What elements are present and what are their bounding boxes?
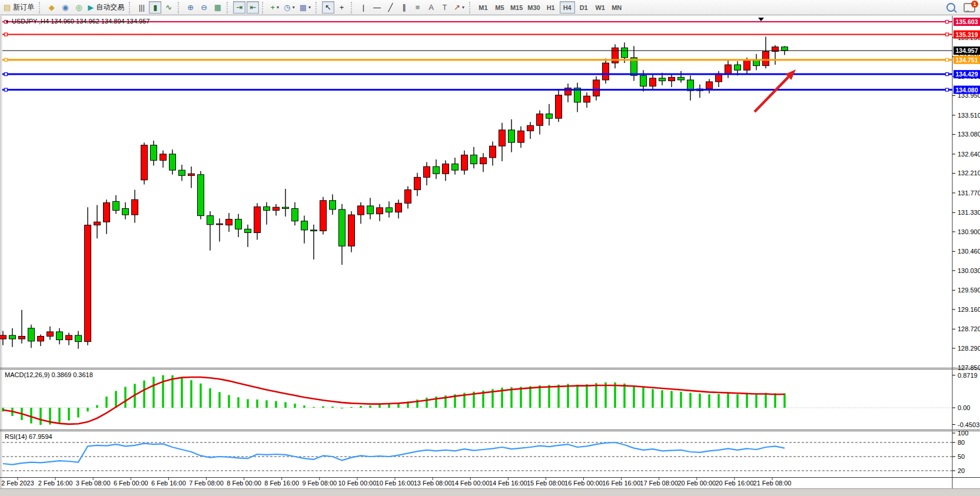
horizontal-line-button[interactable]: — <box>371 1 383 14</box>
svg-text:100: 100 <box>958 430 968 437</box>
horizontal-line-icon: — <box>373 4 381 11</box>
new-order-button[interactable]: ▤新订单 <box>2 1 36 14</box>
svg-text:135.603: 135.603 <box>956 18 978 25</box>
templates-button[interactable]: ▩▾ <box>298 1 313 14</box>
hline-134.429[interactable]: 134.429 <box>2 70 980 78</box>
text-button[interactable]: A <box>425 1 437 14</box>
timeframe-m1-button[interactable]: M1 <box>476 1 491 14</box>
timeframe-m15-button[interactable]: M15 <box>509 1 524 14</box>
toolbar-separator <box>39 2 42 14</box>
time-axis[interactable]: 2 Feb 20232 Feb 16:003 Feb 08:006 Feb 00… <box>0 478 980 487</box>
svg-text:14 Feb 00:00: 14 Feb 00:00 <box>451 480 490 487</box>
svg-text:13 Feb 08:00: 13 Feb 08:00 <box>414 480 452 487</box>
svg-text:134.751: 134.751 <box>956 56 978 64</box>
svg-text:20: 20 <box>958 467 965 474</box>
tile-windows-button[interactable]: ▦ <box>211 1 224 14</box>
svg-text:129.590: 129.590 <box>958 287 980 294</box>
crosshair-icon: + <box>340 4 344 11</box>
timeframe-m5-button[interactable]: M5 <box>492 1 507 14</box>
vertical-line-icon: | <box>363 4 364 11</box>
window-bottom-edge <box>0 488 980 496</box>
gold-market-icon: ◆ <box>49 4 55 11</box>
svg-text:131.330: 131.330 <box>958 209 980 216</box>
crosshair-button[interactable]: + <box>335 1 348 14</box>
chart-shift-icon: ⇤ <box>250 4 256 11</box>
cursor-button[interactable]: ↖ <box>322 1 334 14</box>
hline-134.080[interactable]: 134.080 <box>2 86 980 94</box>
candlestick-icon: ▮ <box>153 4 157 11</box>
svg-text:129.160: 129.160 <box>958 306 980 313</box>
svg-text:128.290: 128.290 <box>958 345 980 352</box>
svg-text:131.770: 131.770 <box>958 189 980 197</box>
svg-text:134.080: 134.080 <box>956 86 978 94</box>
line-chart-button[interactable]: ∿ <box>162 1 175 14</box>
clock-icon: ◷ <box>284 4 290 11</box>
timeframe-m30-button[interactable]: M30 <box>526 1 542 14</box>
timeframe-w1-button[interactable]: W1 <box>593 1 608 14</box>
rsi-pane[interactable]: 100805020RSI(14) 67.9594 <box>2 430 968 474</box>
auto-scroll-icon: ⇥ <box>236 4 242 11</box>
community-button[interactable]: ◉ <box>59 1 71 14</box>
svg-text:14 Feb 16:00: 14 Feb 16:00 <box>489 480 527 487</box>
toolbar-separator <box>227 2 230 14</box>
signal-icon: ◎ <box>75 4 82 11</box>
svg-text:10 Feb 16:00: 10 Feb 16:00 <box>376 480 414 487</box>
zoom-out-icon: ⊖ <box>201 4 207 11</box>
chart-canvas[interactable]: 135.250134.820134.380133.950133.510133.0… <box>0 15 980 489</box>
toolbar-separator <box>262 2 265 14</box>
autotrading-button-label: 自动交易 <box>96 2 124 12</box>
signals-button[interactable]: ◎ <box>72 1 85 14</box>
symbol-collapse-icon: ▼ <box>5 19 9 25</box>
svg-text:8 Feb 00:00: 8 Feb 00:00 <box>227 480 261 487</box>
zoom-in-button[interactable]: ⊕ <box>184 1 197 14</box>
text-label-button[interactable]: T <box>438 1 451 14</box>
profile-icon: ◉ <box>62 4 68 11</box>
zoom-out-button[interactable]: ⊖ <box>198 1 210 14</box>
svg-text:133.510: 133.510 <box>958 112 980 119</box>
current-price-line: 134.957 <box>2 46 980 55</box>
market-button[interactable]: ◆ <box>45 1 58 14</box>
svg-text:130.900: 130.900 <box>958 228 980 235</box>
arrows-button[interactable]: ↗▾ <box>452 1 466 14</box>
notifications-icon[interactable]: 1 <box>964 3 975 12</box>
svg-text:8 Feb 16:00: 8 Feb 16:00 <box>264 480 299 487</box>
text-icon: A <box>428 4 434 11</box>
chart-shift-marker[interactable] <box>758 18 764 21</box>
periods-button[interactable]: ◷▾ <box>282 1 296 14</box>
svg-text:20 Feb 16:00: 20 Feb 16:00 <box>715 480 753 487</box>
timeframe-d1-button[interactable]: D1 <box>576 1 592 14</box>
candlestick-chart-button[interactable]: ▮ <box>149 1 161 14</box>
search-icon[interactable] <box>946 3 955 12</box>
svg-text:17 Feb 08:00: 17 Feb 08:00 <box>640 480 678 487</box>
hline-134.751[interactable]: 134.751 <box>2 56 980 64</box>
add-indicator-button[interactable]: +▾ <box>268 1 281 14</box>
toolbar-separator <box>351 2 354 14</box>
timeframe-mn-button[interactable]: MN <box>609 1 624 14</box>
bar-chart-button[interactable]: ||| <box>135 1 148 14</box>
toolbar-separator <box>129 2 132 14</box>
macd-pane[interactable]: 0.87190.00-0.4503MACD(12,26,9) 0.3869 0.… <box>2 371 979 428</box>
toolbar: ▤新订单◆◉◎▶自动交易|||▮∿⊕⊖▦⇥⇤+▾◷▾▩▾↖+|—╱∥≡AT↗▾M… <box>0 0 980 15</box>
autotrade-icon: ▶ <box>88 4 94 11</box>
svg-text:10 Feb 00:00: 10 Feb 00:00 <box>338 480 376 487</box>
chevron-down-icon: ▾ <box>293 5 295 10</box>
svg-text:133.080: 133.080 <box>958 131 980 138</box>
symbol-header: ▼USDJPY-,H4 134.960 134.962 134.894 134.… <box>5 18 150 25</box>
svg-text:0.8719: 0.8719 <box>958 372 978 379</box>
trendline-button[interactable]: ╱ <box>384 1 397 14</box>
arrow-object-icon: ↗ <box>454 4 460 11</box>
svg-text:132.210: 132.210 <box>958 169 980 177</box>
autotrading-button[interactable]: ▶自动交易 <box>86 1 126 14</box>
add-indicator-icon: + <box>270 4 275 11</box>
fibonacci-button[interactable]: ≡ <box>411 1 424 14</box>
chart-shift-button[interactable]: ⇤ <box>247 1 259 14</box>
toolbar-separator <box>469 2 473 14</box>
hline-135.319[interactable]: 135.319 <box>2 31 980 39</box>
svg-text:6 Feb 16:00: 6 Feb 16:00 <box>151 480 186 487</box>
vertical-line-button[interactable]: | <box>357 1 370 14</box>
timeframe-h1-button[interactable]: H1 <box>543 1 559 14</box>
svg-text:-0.4503: -0.4503 <box>958 421 979 428</box>
channel-button[interactable]: ∥ <box>398 1 410 14</box>
auto-scroll-button[interactable]: ⇥ <box>233 1 245 14</box>
timeframe-h4-button[interactable]: H4 <box>560 1 575 14</box>
